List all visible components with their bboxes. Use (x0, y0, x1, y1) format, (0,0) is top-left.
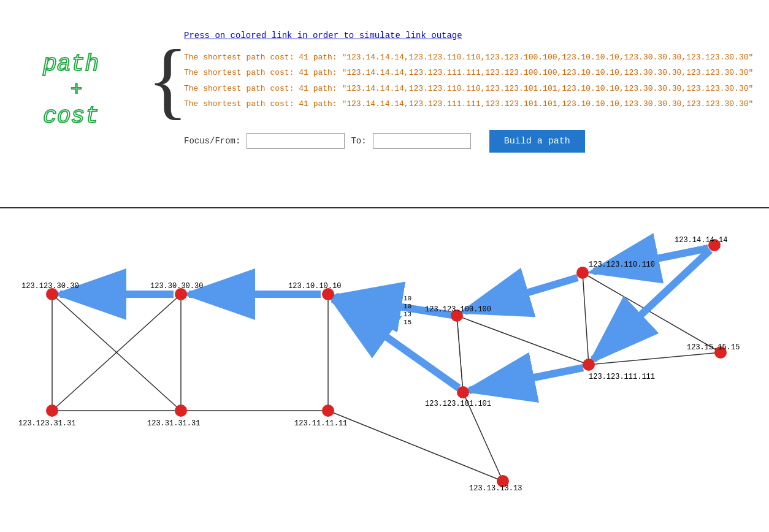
to-label: To: (351, 136, 366, 146)
svg-text:path: path (42, 51, 99, 77)
label-n1: 123.14.14.14 (675, 236, 727, 245)
path-results: The shortest path cost: 41 path: "123.14… (184, 50, 769, 112)
path-result-3: The shortest path cost: 41 path: "123.14… (184, 82, 769, 96)
instruction-link[interactable]: Press on colored link in order to simula… (184, 31, 769, 40)
graph-svg: 10 10 13 15 123.14.14.14 123.123.110.110… (0, 208, 769, 527)
path-result-4: The shortest path cost: 41 path: "123.14… (184, 97, 769, 111)
edge-label-13: 13 (404, 311, 411, 318)
focus-label: Focus/From: (184, 136, 240, 146)
content-area: Press on colored link in order to simula… (184, 12, 769, 153)
label-n11: 123.123.31.31 (18, 419, 76, 428)
node-n11[interactable] (46, 405, 58, 417)
svg-text:cost: cost (43, 103, 99, 129)
to-input[interactable] (373, 133, 471, 149)
label-n6: 123.123.101.101 (425, 400, 491, 408)
svg-text:+: + (71, 78, 82, 101)
node-n6[interactable] (457, 386, 469, 398)
label-n7: 123.10.10.10 (288, 282, 341, 291)
highlight-n4-n6[interactable] (469, 368, 583, 390)
build-path-button[interactable]: Build a path (489, 130, 585, 153)
node-n10[interactable] (175, 405, 187, 417)
path-result-2: The shortest path cost: 41 path: "123.14… (184, 66, 769, 80)
edge-label-15: 15 (404, 319, 411, 326)
label-n9: 123.123.30.30 (21, 282, 79, 291)
label-n8: 123.30.30.30 (150, 282, 203, 291)
path-form: Focus/From: To: Build a path (184, 130, 769, 153)
top-section: path + cost { Press on colored link in o… (0, 0, 769, 208)
edge-n6-n5b[interactable] (457, 316, 463, 392)
path-result-1: The shortest path cost: 41 path: "123.14… (184, 50, 769, 64)
node-n4[interactable] (583, 359, 595, 371)
edge-n2-n4[interactable] (583, 273, 589, 365)
node-n12[interactable] (322, 405, 334, 417)
edge-n5-n4[interactable] (457, 316, 589, 365)
brace: { (147, 37, 193, 123)
node-n2[interactable] (576, 267, 589, 279)
edge-n3-n2[interactable] (583, 273, 721, 352)
graph-section: 10 10 13 15 123.14.14.14 123.123.110.110… (0, 208, 769, 527)
label-n10: 123.31.31.31 (147, 419, 200, 428)
label-n2: 123.123.110.110 (589, 260, 655, 269)
edge-n12-n13[interactable] (328, 411, 503, 481)
label-n3: 123.15.15.15 (687, 343, 740, 352)
edge-n3-n4[interactable] (589, 352, 721, 365)
logo: path + cost (37, 37, 135, 135)
label-n4: 123.123.111.111 (589, 373, 655, 381)
edge-label-10a: 10 (404, 295, 411, 302)
edge-label-10b: 10 (404, 303, 411, 310)
label-n13: 123.13.13.13 (469, 484, 522, 493)
label-n5: 123.123.100.100 (425, 305, 491, 314)
focus-input[interactable] (247, 133, 345, 149)
label-n12: 123.11.11.11 (294, 419, 347, 428)
